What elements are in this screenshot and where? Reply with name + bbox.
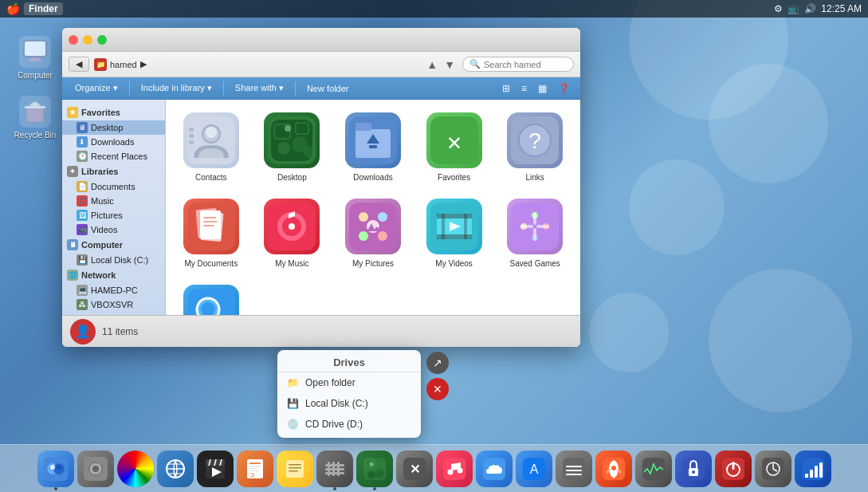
sidebar-item-music[interactable]: 🎵 Music [62, 194, 165, 208]
sidebar-computer-header[interactable]: 🖥 Computer [62, 237, 165, 253]
browser-dock-icon [164, 458, 187, 480]
file-item-favorites[interactable]: ✕ Favorites [417, 108, 492, 187]
popup-open-folder[interactable]: 📁 Open folder [277, 372, 421, 393]
dock-item-browser[interactable] [157, 451, 194, 487]
poweroff-dock-icon [722, 458, 744, 480]
popup-close-button[interactable]: ✕ [426, 378, 449, 400]
svg-rect-25 [355, 123, 371, 131]
share-with-button[interactable]: Share with ▾ [229, 81, 290, 95]
dock-item-finder2[interactable] [356, 451, 393, 487]
dock-item-pages[interactable] [237, 451, 273, 487]
active-app-label[interactable]: Finder [24, 2, 63, 15]
sidebar-pictures-label: Pictures [91, 211, 123, 220]
dock-item-launchpad[interactable] [316, 451, 353, 487]
sidebar-item-desktop[interactable]: 🖥 Desktop [62, 120, 165, 135]
svg-rect-6 [25, 106, 45, 108]
file-item-contacts[interactable]: Contacts [174, 108, 249, 187]
file-item-mypictures[interactable]: My Pictures [336, 194, 410, 274]
window-maximize-button[interactable] [97, 35, 107, 45]
view-details-icon[interactable]: ▦ [534, 81, 551, 96]
svg-rect-92 [249, 470, 259, 471]
sidebar-item-videos[interactable]: 📹 Videos [62, 222, 165, 237]
dock-item-bartender[interactable] [556, 451, 592, 487]
item-count: 11 items [102, 326, 138, 337]
cd-drive-label: CD Drive (D:) [305, 419, 363, 430]
nav-next-icon[interactable]: ▼ [442, 58, 458, 71]
dock-item-finder[interactable] [37, 451, 74, 487]
dock-item-activity[interactable] [635, 451, 672, 487]
popup-cd-drive[interactable]: 💿 CD Drive (D:) [277, 414, 421, 435]
explorer-window: ◀ 📁 hamed ▶ ▲ ▼ 🔍 Organize ▾ Include in … [62, 28, 580, 347]
search-input[interactable] [484, 60, 564, 69]
file-item-myvideos[interactable]: My Videos [417, 194, 492, 274]
new-folder-button[interactable]: New folder [300, 82, 355, 95]
svg-text:?: ? [528, 128, 541, 153]
menubar-gear-icon[interactable]: ⚙ [774, 3, 783, 14]
sidebar-item-localdisk[interactable]: 💾 Local Disk (C:) [62, 253, 165, 267]
sidebar-favorites-header[interactable]: ★ Favorites [62, 104, 165, 120]
file-item-mydocuments[interactable]: My Documents [174, 194, 249, 274]
svg-point-21 [285, 125, 291, 132]
finder2-active-dot [373, 487, 376, 490]
downloads-file-icon [345, 112, 401, 168]
sidebar-libraries-header[interactable]: ✦ Libraries [62, 163, 165, 179]
dock-item-poweroff[interactable] [715, 451, 752, 487]
dock-item-clapper[interactable] [197, 451, 234, 487]
dock-item-x[interactable]: ✕ [396, 451, 433, 487]
svg-rect-14 [189, 140, 194, 144]
search-box[interactable]: 🔍 [462, 57, 574, 72]
sidebar-music-label: Music [91, 196, 114, 206]
pictures-folder-icon: 🖼 [77, 210, 88, 221]
file-item-searches[interactable]: Searches [174, 280, 249, 315]
dock-item-instruments[interactable] [755, 451, 791, 487]
window-navbar: ◀ 📁 hamed ▶ ▲ ▼ 🔍 [62, 52, 580, 77]
include-library-button[interactable]: Include in library ▾ [135, 81, 218, 95]
apple-menu-icon[interactable]: 🍎 [6, 3, 18, 14]
sidebar-item-vboxsvr[interactable]: 🖧 VBOXSVR [62, 297, 165, 312]
svg-rect-134 [805, 474, 808, 478]
mydocuments-file-label: My Documents [184, 259, 238, 269]
popup-local-disk[interactable]: 💾 Local Disk (C:) [277, 393, 421, 414]
toolbar-right: ⊞ ≡ ▦ ❓ [498, 81, 574, 96]
window-minimize-button[interactable] [83, 35, 92, 45]
sidebar-item-downloads[interactable]: ⬇ Downloads [62, 135, 165, 149]
window-close-button[interactable] [69, 35, 78, 45]
status-bar: 👤 11 items [62, 315, 580, 347]
menubar-screen-icon[interactable]: 📺 [787, 3, 799, 14]
svg-text:✕: ✕ [409, 462, 419, 476]
sidebar-vboxsvr-label: VBOXSVR [91, 300, 133, 309]
file-item-mymusic[interactable]: My Music [255, 194, 330, 274]
dock-item-colors[interactable] [117, 451, 154, 487]
downloads-file-label: Downloads [353, 173, 392, 183]
menubar-volume-icon[interactable]: 🔊 [804, 3, 816, 14]
nav-back-button[interactable]: ◀ [69, 57, 89, 72]
file-item-downloads[interactable]: Downloads [336, 108, 410, 187]
sidebar-network-header[interactable]: 🌐 Network [62, 267, 165, 283]
dock-item-onepassword[interactable] [675, 451, 712, 487]
svg-rect-119 [566, 474, 582, 475]
file-item-links[interactable]: ? Links [497, 108, 572, 187]
desktop-icon-recycle[interactable]: Recycle Bin [11, 96, 59, 140]
view-list-icon[interactable]: ≡ [517, 81, 531, 96]
dock-item-syspref[interactable] [77, 451, 114, 487]
sidebar-item-recent[interactable]: 🕐 Recent Places [62, 149, 165, 163]
file-item-savedgames[interactable]: Saved Games [497, 194, 572, 274]
dock-item-icloud[interactable] [476, 451, 513, 487]
organize-button[interactable]: Organize ▾ [69, 81, 124, 95]
dock-item-notes[interactable] [277, 451, 313, 487]
desktop-icon-computer[interactable]: Computer [11, 36, 59, 81]
nav-prev-icon[interactable]: ▲ [424, 58, 440, 71]
sidebar-item-documents[interactable]: 📄 Documents [62, 179, 165, 194]
popup-share-button[interactable]: ↗ [426, 352, 449, 374]
dock-item-appstore[interactable]: A [516, 451, 552, 487]
dock-item-rocket[interactable] [595, 451, 632, 487]
dock-item-music[interactable] [436, 451, 473, 487]
svg-rect-136 [815, 466, 818, 478]
file-item-desktop[interactable]: Desktop [255, 108, 330, 187]
dock-item-istatmenus[interactable] [795, 451, 831, 487]
view-help-icon[interactable]: ❓ [554, 81, 574, 96]
sidebar-item-pictures[interactable]: 🖼 Pictures [62, 208, 165, 222]
view-large-icon[interactable]: ⊞ [498, 81, 514, 96]
sidebar-item-hamedpc[interactable]: 💻 HAMED-PC [62, 283, 165, 297]
svg-rect-2 [25, 41, 45, 56]
